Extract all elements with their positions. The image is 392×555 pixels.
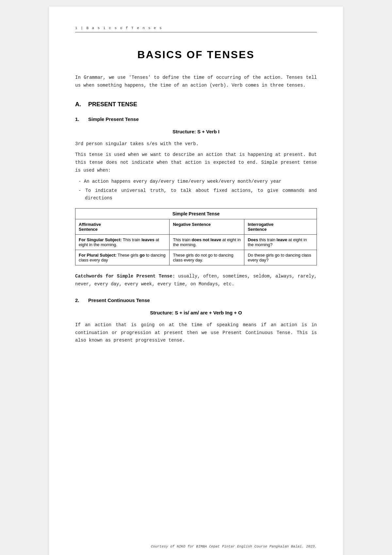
desc-2: If an action that is going on at the tim… xyxy=(75,321,317,345)
table-row: For Plural Subject: These girls go to da… xyxy=(75,250,317,265)
subsection-2: 2. Present Continuous Tense Structure: S… xyxy=(75,297,317,345)
subsection-1-header: 1. Simple Present Tense xyxy=(75,116,317,127)
col-header-negative: Negative Sentence xyxy=(170,219,244,235)
page-header: 1 | B a s i c s o f T e n s e s xyxy=(75,26,317,32)
section-a-title: PRESENT TENSE xyxy=(88,101,137,108)
page: 1 | B a s i c s o f T e n s e s BASICS O… xyxy=(49,7,343,555)
col-header-affirmative: AffirmativeSentence xyxy=(75,219,170,235)
header-text: 1 | B a s i c s o f T e n s e s xyxy=(75,26,162,30)
section-a-label: A. xyxy=(75,101,83,108)
bullet-2: - To indicate universal truth, to talk a… xyxy=(78,187,317,203)
col-header-interrogative: InterrogativeSentence xyxy=(244,219,317,235)
intro-paragraph: In Grammar, we use 'Tenses' to define th… xyxy=(75,74,317,90)
table-row: For Singular Subject: This train leaves … xyxy=(75,235,317,250)
cell-interrogative-1: Does this train leave at eight in the mo… xyxy=(244,235,317,250)
catchwords-label: Catchwords for Simple Present Tense: xyxy=(75,274,175,279)
subsection-2-title: Present Continuous Tense xyxy=(88,297,150,303)
section-a: A. PRESENT TENSE 1. Simple Present Tense… xyxy=(75,101,317,345)
subsection-2-header: 2. Present Continuous Tense xyxy=(75,297,317,308)
catchwords: Catchwords for Simple Present Tense: usu… xyxy=(75,273,317,288)
subsection-1-number: 1. xyxy=(75,116,83,122)
cell-negative-1: This train does not leave at eight in th… xyxy=(170,235,244,250)
cell-affirmative-2: For Plural Subject: These girls go to da… xyxy=(75,250,170,265)
bullet-list: - An action happens every day/every time… xyxy=(75,178,317,202)
structure-2: Structure: S + is/ am/ are + Verb Ing + … xyxy=(75,310,317,315)
footer: Courtesy of NIKO for BIMBA Cepat Pintar … xyxy=(151,545,317,548)
simple-present-table: Simple Present Tense AffirmativeSentence… xyxy=(75,208,317,265)
cell-interrogative-2: Do these girls go to dancing class every… xyxy=(244,250,317,265)
table-header-row: AffirmativeSentence Negative Sentence In… xyxy=(75,219,317,235)
cell-negative-2: These girls do not go to dancing class e… xyxy=(170,250,244,265)
main-title: BASICS OF TENSES xyxy=(75,49,317,61)
bullet-1: - An action happens every day/every time… xyxy=(78,178,317,186)
table-title: Simple Present Tense xyxy=(75,209,317,219)
desc-1b: This tense is used when we want to descr… xyxy=(75,151,317,174)
subsection-2-number: 2. xyxy=(75,297,83,303)
structure-1: Structure: S + Verb I xyxy=(75,129,317,134)
desc-1a: 3rd person singular takes s/es with the … xyxy=(75,140,317,148)
cell-affirmative-1: For Singular Subject: This train leaves … xyxy=(75,235,170,250)
subsection-1: 1. Simple Present Tense Structure: S + V… xyxy=(75,116,317,288)
table-title-row: Simple Present Tense xyxy=(75,209,317,219)
section-a-header: A. PRESENT TENSE xyxy=(75,101,317,114)
subsection-1-title: Simple Present Tense xyxy=(88,116,139,122)
